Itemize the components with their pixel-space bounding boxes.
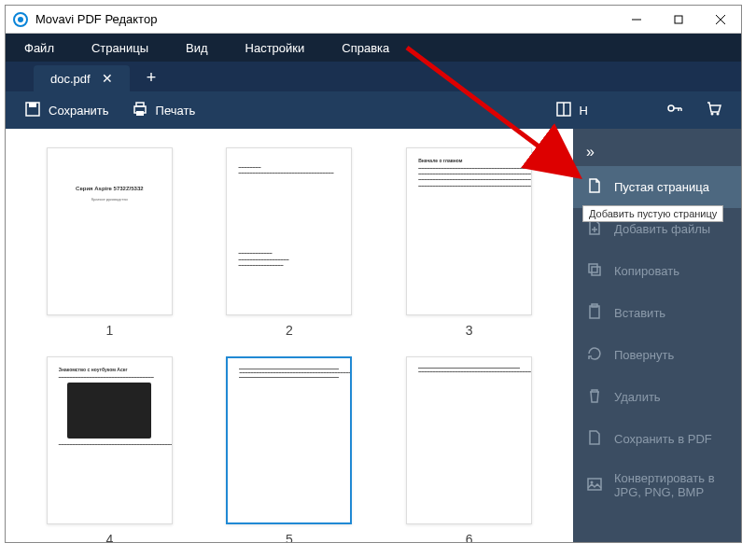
print-label: Печать: [156, 104, 196, 118]
window-controls: [615, 6, 741, 34]
menu-pages[interactable]: Страницы: [91, 41, 148, 55]
page-preview: ▬▬▬▬▬▬▬▬▬▬▬▬▬▬▬▬▬▬▬▬▬▬▬▬▬▬▬▬▬▬▬▬▬▬▬▬▬▬▬▬…: [406, 356, 532, 524]
close-button[interactable]: [699, 6, 741, 34]
svg-point-13: [668, 105, 674, 111]
tab-close-icon[interactable]: ✕: [102, 71, 113, 86]
panel-copy[interactable]: Копировать: [573, 250, 741, 292]
page-number: 1: [105, 323, 113, 338]
svg-point-18: [717, 113, 720, 116]
panel-collapse-button[interactable]: »: [573, 138, 741, 166]
svg-rect-25: [588, 479, 601, 490]
tab-document[interactable]: doc.pdf ✕: [34, 65, 130, 91]
window-title: Movavi PDF Редактор: [35, 12, 615, 26]
menu-view[interactable]: Вид: [186, 41, 208, 55]
minimize-button[interactable]: [615, 6, 657, 34]
panel-blank-page[interactable]: Пустая страница: [573, 166, 741, 208]
tab-add-button[interactable]: +: [137, 64, 166, 91]
page-preview: Серия Aspire 5732Z/5332 Краткое руководс…: [47, 147, 173, 315]
trash-icon: [586, 387, 603, 407]
content-area: Серия Aspire 5732Z/5332 Краткое руководс…: [6, 129, 741, 542]
copy-icon: [586, 261, 603, 281]
print-icon: [132, 101, 148, 120]
svg-rect-7: [29, 103, 36, 107]
save-label: Сохранить: [49, 104, 109, 118]
panel-label: Копировать: [614, 264, 679, 278]
svg-point-17: [711, 113, 714, 116]
panel-label: Конвертировать в JPG, PNG, BMP: [614, 471, 728, 499]
app-logo-icon: [13, 12, 28, 27]
svg-rect-21: [589, 264, 597, 272]
panel-label: Вставить: [614, 306, 665, 320]
thumbnail-page[interactable]: ▬▬▬▬▬▬▬▬▬▬▬▬▬▬▬▬▬▬▬▬▬▬▬▬▬▬▬▬▬▬▬▬▬▬▬▬▬▬▬▬…: [393, 356, 545, 542]
tooltip: Добавить пустую страницу: [582, 205, 723, 222]
page-preview: Знакомство с ноутбуком Acer ▬▬▬▬▬▬▬▬▬▬▬▬…: [47, 356, 173, 524]
panel-label: Добавить файлы: [614, 222, 710, 236]
svg-point-1: [18, 17, 23, 22]
maximize-button[interactable]: [657, 6, 699, 34]
rotate-icon: [586, 345, 603, 365]
svg-rect-3: [675, 16, 682, 23]
page-preview: ▬▬▬▬▬▬▬▬ ▬▬▬▬▬▬▬▬▬▬▬▬▬▬▬▬▬▬▬▬▬▬▬▬▬▬▬▬▬▬▬…: [226, 147, 352, 315]
save-button[interactable]: Сохранить: [24, 101, 109, 120]
paste-icon: [586, 303, 603, 323]
page-number: 6: [466, 532, 473, 542]
page-number: 5: [286, 532, 293, 542]
menu-settings[interactable]: Настройки: [245, 41, 305, 55]
key-icon[interactable]: [666, 100, 683, 120]
page-number: 4: [105, 532, 113, 542]
page-preview: ▬▬▬▬▬▬▬▬▬▬▬▬▬▬▬▬▬▬▬▬▬▬▬▬▬▬▬▬▬▬▬▬▬▬▬▬▬▬▬▬…: [226, 356, 352, 524]
svg-line-27: [407, 48, 575, 174]
panel-save-pdf[interactable]: Сохранить в PDF: [573, 418, 741, 460]
menubar: Файл Страницы Вид Настройки Справка: [6, 34, 741, 62]
thumbnail-grid: Серия Aspire 5732Z/5332 Краткое руководс…: [6, 129, 573, 542]
pdf-icon: [586, 429, 603, 449]
thumbnail-page[interactable]: Знакомство с ноутбуком Acer ▬▬▬▬▬▬▬▬▬▬▬▬…: [34, 356, 186, 542]
page-number: 3: [466, 323, 473, 338]
svg-rect-23: [590, 306, 599, 318]
menu-help[interactable]: Справка: [342, 41, 389, 55]
panel-rotate[interactable]: Повернуть: [573, 334, 741, 376]
panel-convert[interactable]: Конвертировать в JPG, PNG, BMP: [573, 460, 741, 510]
thumbnail-page[interactable]: ▬▬▬▬▬▬▬▬▬▬▬▬▬▬▬▬▬▬▬▬▬▬▬▬▬▬▬▬▬▬▬▬▬▬▬▬▬▬▬▬…: [214, 356, 366, 542]
thumbnail-page[interactable]: Серия Aspire 5732Z/5332 Краткое руководс…: [34, 147, 186, 338]
titlebar: Movavi PDF Редактор: [6, 6, 741, 34]
page-number: 2: [286, 323, 293, 338]
menu-file[interactable]: Файл: [24, 41, 54, 55]
tab-label: doc.pdf: [50, 72, 91, 86]
svg-rect-22: [592, 267, 600, 275]
svg-rect-9: [136, 103, 144, 106]
image-icon: [586, 476, 603, 495]
cart-icon[interactable]: [706, 100, 722, 120]
svg-rect-10: [136, 111, 144, 116]
panel-label: Пустая страница: [614, 180, 709, 194]
panel-paste[interactable]: Вставить: [573, 292, 741, 334]
print-button[interactable]: Печать: [132, 101, 196, 120]
side-panel: » Пустая страница Добавить файлы Копиров…: [573, 129, 741, 542]
toolbar: Сохранить Печать Н: [6, 91, 741, 129]
panel-delete[interactable]: Удалить: [573, 376, 741, 418]
annotation-arrow: [402, 43, 589, 183]
save-icon: [24, 101, 41, 120]
panel-label: Повернуть: [614, 348, 674, 362]
app-window: Movavi PDF Редактор Файл Страницы Вид На…: [5, 5, 742, 543]
tabbar: doc.pdf ✕ +: [6, 62, 741, 91]
thumbnail-page[interactable]: ▬▬▬▬▬▬▬▬ ▬▬▬▬▬▬▬▬▬▬▬▬▬▬▬▬▬▬▬▬▬▬▬▬▬▬▬▬▬▬▬…: [214, 147, 366, 338]
panel-label: Сохранить в PDF: [614, 432, 712, 446]
panel-label: Удалить: [614, 390, 661, 404]
add-file-icon: [586, 219, 603, 239]
